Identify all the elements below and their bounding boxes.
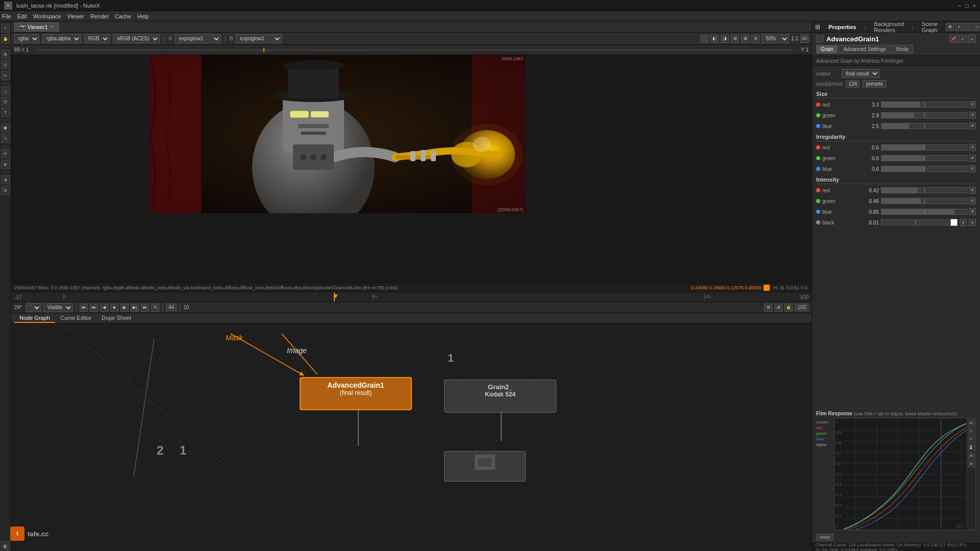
prop-btn-size-red[interactable]: ↺	[969, 101, 976, 108]
prop-btn-irr-green[interactable]: ↺	[969, 155, 976, 162]
mode-2d-btn[interactable]: 2D	[800, 35, 808, 43]
node-small[interactable]	[444, 451, 526, 482]
prop-btn-3b[interactable]: 3	[969, 219, 976, 226]
visibility-select[interactable]: Visible	[43, 303, 73, 312]
tab-curve-editor[interactable]: Curve Editor	[55, 314, 96, 323]
viewer-area[interactable]: 2560,1067 (2560x1067)	[11, 55, 812, 283]
props-content[interactable]: output final result seed/preset 134 pres…	[812, 66, 980, 408]
menu-render[interactable]: Render	[90, 13, 109, 19]
pb-loop[interactable]: ↻	[151, 304, 159, 312]
slider-int-green[interactable]	[881, 198, 968, 204]
tab-properties[interactable]: Properties	[825, 23, 859, 31]
menu-workspace[interactable]: Workspace	[33, 13, 61, 19]
presets-btn[interactable]: presets	[863, 80, 887, 88]
toolbar-paint[interactable]: ✏	[1, 71, 10, 80]
menu-viewer[interactable]: Viewer	[67, 13, 84, 19]
pb-begin[interactable]: ⏮	[80, 304, 88, 312]
input-b-select[interactable]: expoglow1	[236, 34, 282, 43]
prop-btn-int-green[interactable]: ↺	[969, 197, 976, 205]
prop-btn-irr-red[interactable]: ↺	[969, 144, 976, 151]
viewer-btn-4[interactable]: ⊞	[731, 35, 739, 43]
props-btn-1[interactable]: ⊞	[946, 23, 954, 31]
tab-node-graph[interactable]: Node Graph	[14, 314, 55, 323]
node-btn-3[interactable]: ×	[968, 35, 976, 43]
viewer-tab-close[interactable]: ×	[51, 24, 54, 30]
node-advancedgrain1[interactable]: AdvancedGrain1 (final result)	[300, 377, 412, 410]
props-btn-close[interactable]: ×	[973, 23, 980, 31]
pb-settings[interactable]: ⚙	[764, 304, 772, 312]
curve-tool-2[interactable]: ↖	[968, 428, 975, 435]
input-a-select[interactable]: expoglow1	[175, 34, 221, 43]
sub-tab-grain[interactable]: Grain	[816, 45, 838, 54]
slider-size-red[interactable]	[881, 102, 968, 108]
pb-layout[interactable]: ⊞	[774, 304, 782, 312]
minimize-btn[interactable]: −	[958, 3, 961, 9]
menu-help[interactable]: Help	[137, 13, 149, 19]
reset-btn[interactable]: reset	[816, 534, 834, 541]
timeline-playhead[interactable]	[334, 292, 335, 302]
slider-size-blue[interactable]	[881, 123, 968, 129]
node-btn-2[interactable]: +	[959, 35, 967, 43]
pb-play[interactable]: ▶	[120, 304, 129, 312]
tab-dope-sheet[interactable]: Dope Sheet	[96, 314, 136, 323]
prop-btn-3[interactable]: 3	[960, 219, 967, 226]
tf-select[interactable]: TF	[26, 303, 41, 312]
pb-next-end[interactable]: ⏭	[141, 304, 149, 312]
menu-file[interactable]: File	[2, 13, 11, 19]
toolbar-bottom-1[interactable]: ◧	[1, 541, 10, 550]
colorspace-select[interactable]: sRGB (ACES)	[113, 34, 160, 43]
output-select[interactable]: final result	[842, 69, 879, 78]
slider-irr-green[interactable]	[881, 155, 968, 161]
channel-select[interactable]: rgba	[14, 34, 39, 43]
zoom-select[interactable]: 50% 100% 25%	[762, 34, 789, 43]
viewer-btn-2[interactable]: ◧	[710, 35, 719, 43]
viewer-btn-3[interactable]: ◨	[721, 35, 729, 43]
curve-tool-4[interactable]: ⌛	[968, 444, 975, 451]
pb-prev[interactable]: ◀	[100, 304, 108, 312]
color-swatch-white[interactable]	[950, 219, 958, 226]
slider-size-green[interactable]	[881, 112, 968, 118]
slider-irr-blue[interactable]	[881, 166, 968, 172]
channel-alpha-select[interactable]: rgba.alpha	[42, 34, 81, 43]
prop-btn-int-blue[interactable]: ↺	[969, 208, 976, 215]
curve-tool-5[interactable]: ⊠	[968, 452, 975, 459]
sub-tab-advanced[interactable]: Advanced Settings	[839, 45, 890, 54]
slider-int-black[interactable]	[881, 219, 949, 226]
toolbar-spline[interactable]: ∿	[1, 134, 10, 143]
curve-tool-6[interactable]: ◈	[968, 460, 975, 467]
tab-scene-graph[interactable]: Scene Graph	[919, 21, 941, 34]
toolbar-hand[interactable]: ✋	[1, 34, 10, 43]
viewer-btn-1[interactable]: ⬛	[700, 35, 708, 43]
node-graph-area[interactable]: Mask Image 1 AdvancedGrain1 (final resul…	[11, 323, 812, 551]
close-btn[interactable]: ×	[973, 3, 976, 9]
toolbar-color-picker[interactable]: ◈	[1, 175, 10, 184]
toolbar-roto[interactable]: ⟳	[1, 149, 10, 158]
toolbar-shapes[interactable]: △	[1, 86, 10, 95]
slider-irr-red[interactable]	[881, 144, 968, 151]
maximize-btn[interactable]: □	[965, 3, 969, 9]
viewer-tab-1[interactable]: 📷 Viewer1 ×	[14, 22, 59, 32]
toolbar-crop[interactable]: ⊡	[1, 60, 10, 69]
prop-btn-irr-blue[interactable]: ↺	[969, 165, 976, 172]
pb-stop[interactable]: ■	[110, 304, 118, 312]
toolbar-settings[interactable]: ⚙	[1, 186, 10, 195]
props-btn-2[interactable]: +	[955, 23, 963, 31]
toolbar-bezier[interactable]: ◎	[1, 97, 10, 106]
timeline-ruler[interactable]: 0 50 100	[24, 292, 797, 302]
prop-btn-int-red[interactable]: ↺	[969, 187, 976, 194]
viewer-btn-5[interactable]: ⊠	[741, 35, 749, 43]
toolbar-tracker[interactable]: ⊕	[1, 160, 10, 169]
viewer-btn-6[interactable]: ⏸	[751, 35, 760, 43]
slider-int-red[interactable]	[881, 187, 968, 193]
menu-cache[interactable]: Cache	[115, 13, 131, 19]
curve-tool-3[interactable]: ✏	[968, 436, 975, 443]
pb-prev-end[interactable]: ⏭	[90, 304, 98, 312]
toolbar-pointer[interactable]: ↖	[1, 23, 10, 33]
timeline[interactable]: -17 0 50 100 100	[11, 292, 812, 302]
sub-tab-node[interactable]: Node	[892, 45, 913, 54]
prop-btn-size-green[interactable]: ↺	[969, 112, 976, 119]
node-btn-1[interactable]: 📌	[949, 35, 958, 43]
seed-value[interactable]: 134	[846, 80, 860, 88]
slider-int-blue[interactable]	[881, 209, 968, 215]
rgb-select[interactable]: RGB	[84, 34, 110, 43]
